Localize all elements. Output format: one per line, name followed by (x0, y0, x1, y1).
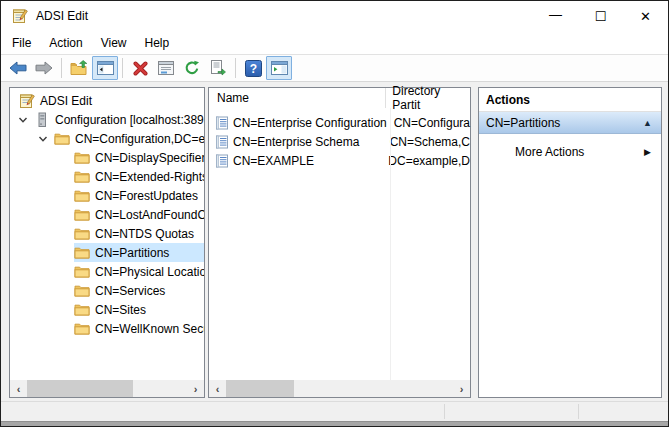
server-icon (34, 112, 50, 128)
scroll-left-arrow-icon[interactable]: ‹ (10, 380, 27, 397)
titlebar: ADSI Edit — ☐ ✕ (1, 1, 668, 31)
tree-item-label: Configuration [localhost:389 (55, 113, 204, 127)
list-row-example[interactable]: CN=EXAMPLE DC=example,D (209, 151, 470, 170)
list-cell-name: CN=Enterprise Schema (233, 135, 359, 149)
status-bar-divider (578, 404, 579, 419)
tree-item-label: CN=ForestUpdates (95, 189, 198, 203)
list-cell-partition: DC=example,D (382, 154, 470, 168)
close-button[interactable]: ✕ (623, 1, 668, 31)
folder-icon (74, 321, 90, 337)
tree-item-services[interactable]: CN=Services (10, 281, 204, 300)
menu-view[interactable]: View (92, 33, 136, 53)
tree-item-wellknown-security[interactable]: CN=WellKnown Secu (10, 319, 204, 338)
adsi-edit-window: ADSI Edit — ☐ ✕ File Action View Help (0, 0, 669, 427)
tree-item-label: CN=Physical Locatio (95, 265, 204, 279)
tree-item-partitions[interactable]: CN=Partitions (10, 243, 204, 262)
folder-icon (74, 188, 90, 204)
folder-icon (74, 302, 90, 318)
help-icon: ? (245, 60, 262, 77)
delete-button[interactable] (127, 56, 153, 80)
toolbar: ? (1, 54, 668, 82)
forward-button[interactable] (31, 56, 57, 80)
tree-item-lostandfound[interactable]: CN=LostAndFoundC (10, 205, 204, 224)
list-row-enterprise-configuration[interactable]: CN=Enterprise Configuration CN=Configura (209, 113, 470, 132)
list-cell-partition: CN=Configura (388, 116, 470, 130)
scrollbar-thumb[interactable] (226, 380, 294, 397)
status-bar-divider (444, 404, 445, 419)
submenu-arrow-icon: ▶ (644, 147, 651, 157)
result-list-pane: Name Directory Partit CN=Enterprise Conf… (208, 87, 471, 398)
tree-item-label: CN=WellKnown Secu (95, 322, 204, 336)
maximize-icon: ☐ (595, 9, 607, 24)
properties-button[interactable] (153, 56, 179, 80)
show-console-tree-button[interactable] (92, 56, 118, 80)
column-header-name[interactable]: Name (209, 88, 386, 108)
folder-icon (74, 283, 90, 299)
forward-icon (35, 61, 53, 75)
actions-section-header[interactable]: CN=Partitions ▲ (479, 112, 661, 134)
collapse-section-icon[interactable]: ▲ (643, 118, 652, 128)
list-cell-partition: CN=Schema,C (384, 135, 470, 149)
actions-pane: Actions CN=Partitions ▲ More Actions ▶ (478, 87, 662, 398)
scroll-left-arrow-icon[interactable]: ‹ (209, 380, 226, 397)
list-cell-name: CN=Enterprise Configuration (233, 116, 387, 130)
show-action-pane-button[interactable] (266, 56, 292, 80)
tree-item-label: CN=Extended-Rights (95, 170, 204, 184)
window-resize-frame[interactable] (1, 421, 668, 426)
back-button[interactable] (5, 56, 31, 80)
menu-file[interactable]: File (3, 33, 40, 53)
tree-item-displayspecifiers[interactable]: CN=DisplaySpecifiers (10, 148, 204, 167)
folder-icon (54, 131, 70, 147)
more-actions-item[interactable]: More Actions ▶ (479, 142, 661, 162)
window-controls: — ☐ ✕ (533, 1, 668, 31)
scrollbar-thumb[interactable] (27, 380, 133, 397)
refresh-button[interactable] (179, 56, 205, 80)
folder-icon (74, 264, 90, 280)
delete-icon (133, 61, 148, 76)
list-header: Name Directory Partit (209, 88, 470, 108)
scroll-right-arrow-icon[interactable]: › (453, 380, 470, 397)
menubar: File Action View Help (1, 31, 668, 54)
tree-item-configuration-server[interactable]: Configuration [localhost:389 (10, 110, 204, 129)
svg-text:?: ? (249, 61, 256, 75)
scroll-right-arrow-icon[interactable]: › (187, 380, 204, 397)
list-row-enterprise-schema[interactable]: CN=Enterprise Schema CN=Schema,C (209, 132, 470, 151)
tree-item-extended-rights[interactable]: CN=Extended-Rights (10, 167, 204, 186)
help-button[interactable]: ? (240, 56, 266, 80)
toolbar-separator (235, 58, 236, 78)
menu-action[interactable]: Action (40, 33, 91, 53)
folder-icon (74, 150, 90, 166)
tree-item-label: CN=Services (95, 284, 165, 298)
tree-item-forestupdates[interactable]: CN=ForestUpdates (10, 186, 204, 205)
actions-section-title: CN=Partitions (486, 116, 643, 130)
tree-horizontal-scrollbar[interactable]: ‹ › (10, 380, 204, 397)
tree-item-label: CN=LostAndFoundC (95, 208, 204, 222)
tree-item-label: CN=NTDS Quotas (95, 227, 194, 241)
chevron-expanded-icon[interactable] (18, 115, 34, 125)
tree-item-label: ADSI Edit (40, 94, 92, 108)
folder-icon (74, 226, 90, 242)
selected-tree-item[interactable]: CN=Partitions (74, 243, 204, 262)
directory-object-icon (215, 154, 229, 168)
tree-item-ntds-quotas[interactable]: CN=NTDS Quotas (10, 224, 204, 243)
minimize-button[interactable]: — (533, 1, 578, 31)
folder-icon (74, 207, 90, 223)
maximize-button[interactable]: ☐ (578, 1, 623, 31)
status-bar (1, 401, 668, 421)
tree-item-sites[interactable]: CN=Sites (10, 300, 204, 319)
column-header-directory-partition[interactable]: Directory Partit (386, 84, 470, 112)
up-one-level-button[interactable] (66, 56, 92, 80)
folder-icon (74, 245, 90, 261)
back-icon (9, 61, 27, 75)
column-divider (390, 108, 391, 380)
tree-item-adsi-edit[interactable]: ADSI Edit (10, 91, 204, 110)
show-console-tree-icon (97, 61, 114, 75)
up-one-level-icon (70, 60, 88, 76)
export-list-button[interactable] (205, 56, 231, 80)
menu-help[interactable]: Help (136, 33, 179, 53)
toolbar-separator (122, 58, 123, 78)
list-horizontal-scrollbar[interactable]: ‹ › (209, 380, 470, 397)
chevron-expanded-icon[interactable] (38, 134, 54, 144)
tree-item-physical-locations[interactable]: CN=Physical Locatio (10, 262, 204, 281)
tree-item-cn-configuration[interactable]: CN=Configuration,DC=e (10, 129, 204, 148)
